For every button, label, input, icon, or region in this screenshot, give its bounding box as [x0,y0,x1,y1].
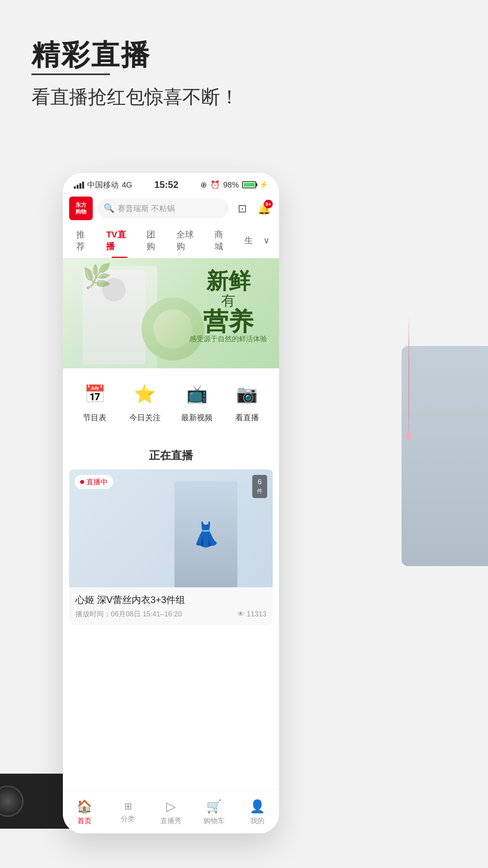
live-card[interactable]: 👗 直播中 6件 ▶ [69,469,273,625]
battery-bar [242,181,256,188]
bottom-nav: 🏠 首页 ⊞ 分类 ▷ 直播秀 🛒 购物车 👤 我的 [63,790,279,833]
charging-icon: ⚡ [259,180,268,189]
live-card-info: 心姬 深V蕾丝内衣3+3件组 播放时间：06月08日 15:41–16:20 👁… [69,587,273,625]
tab-tv-live[interactable]: TV直播 [99,223,139,258]
hero-section: 精彩直播 看直播抢红包惊喜不断！ [31,39,239,110]
live-show-nav-icon: ▷ [166,799,176,814]
home-nav-label: 首页 [77,816,92,826]
bottom-nav-home[interactable]: 🏠 首页 [63,791,106,833]
live-section-title: 正在直播 [63,439,279,469]
nav-more-icon[interactable]: ∨ [260,230,273,251]
banner-title-1: 新鲜 [189,270,267,292]
live-badge: 直播中 [75,475,113,489]
bottom-nav-live-show[interactable]: ▷ 直播秀 [149,791,193,833]
battery-fill [244,183,255,187]
live-dot [80,480,84,484]
banner-title-3: 营养 [189,309,267,334]
tab-group-buy[interactable]: 团购 [139,223,169,258]
hero-subtitle: 看直播抢红包惊喜不断！ [31,85,239,110]
location-icon: ⊕ [200,180,207,189]
time-display: 15:52 [154,179,178,190]
watch-live-label: 看直播 [235,412,259,423]
live-section: 正在直播 👗 直播中 [63,439,279,625]
live-card-image: 👗 直播中 6件 ▶ [69,469,273,587]
sofa-decoration [402,346,488,566]
network-label: 4G [122,180,132,189]
necklace-pendant [405,432,412,440]
live-show-nav-label: 直播秀 [160,816,182,826]
notification-badge: 9+ [264,200,273,208]
hero-underline [31,74,110,75]
bottom-nav-cart[interactable]: 🛒 购物车 [193,791,236,833]
bottom-nav-profile[interactable]: 👤 我的 [236,791,279,833]
app-logo[interactable]: 东方购物 [69,197,93,220]
category-nav-label: 分类 [121,814,135,824]
watch-live-icon: 📷 [233,380,261,408]
search-placeholder-text: 赛普瑞斯 不粘锅 [117,203,175,214]
tab-mall[interactable]: 商城 [207,223,237,258]
tab-recommend[interactable]: 推荐 [69,223,99,258]
hero-title: 精彩直播 [31,39,239,70]
notification-bell-icon[interactable]: 🔔 9+ [255,200,273,217]
banner-subtitle: 感受源于自然的鲜活体验 [189,334,267,344]
banner-title-2: 有 [189,292,267,309]
app-header: 东方购物 🔍 赛普瑞斯 不粘锅 ⊡ 🔔 9+ [63,193,279,223]
live-card-title: 心姬 深V蕾丝内衣3+3件组 [75,594,266,606]
live-badge-text: 直播中 [86,477,108,487]
status-bar: 中国移动 4G 15:52 ⊕ ⏰ 98% ⚡ [63,173,279,193]
views-count: 11313 [247,610,266,618]
leaf-decoration: 🌿 [83,262,112,290]
views-icon: 👁 [237,610,244,618]
live-person-silhouette: 👗 [171,477,241,587]
battery-pct-label: 98% [223,180,239,189]
today-focus-icon: ⭐ [131,380,159,408]
product-count-text: 6件 [257,478,262,495]
search-icon: 🔍 [104,203,114,213]
schedule-icon: 📅 [81,380,108,408]
nav-tabs: 推荐 TV直播 团购 全球购 商城 生 ∨ [63,223,279,258]
quick-icon-latest-video[interactable]: 📺 最新视频 [181,380,213,423]
cart-nav-label: 购物车 [204,816,225,826]
latest-video-label: 最新视频 [181,412,213,423]
signal-icon [74,181,84,189]
alarm-icon: ⏰ [210,180,220,189]
scan-icon[interactable]: ⊡ [233,200,251,217]
quick-icons-section: 📅 节目表 ⭐ 今日关注 📺 最新视频 📷 看直播 [63,368,279,435]
product-count-badge: 6件 [252,475,267,498]
schedule-label: 节目表 [83,412,106,423]
live-card-time: 播放时间：06月08日 15:41–16:20 [75,609,182,619]
tab-life[interactable]: 生 [237,229,260,252]
necklace-decoration [408,314,409,440]
latest-video-icon: 📺 [183,380,211,408]
today-focus-label: 今日关注 [129,412,161,423]
profile-nav-icon: 👤 [250,799,265,814]
home-nav-icon: 🏠 [77,799,92,814]
live-card-meta: 播放时间：06月08日 15:41–16:20 👁 11313 [75,609,266,619]
quick-icon-today-focus[interactable]: ⭐ 今日关注 [129,380,161,423]
bottom-nav-category[interactable]: ⊞ 分类 [106,791,149,833]
status-right: ⊕ ⏰ 98% ⚡ [200,180,268,189]
search-bar[interactable]: 🔍 赛普瑞斯 不粘锅 [97,199,229,218]
tab-global-shop[interactable]: 全球购 [169,223,207,258]
live-card-views: 👁 11313 [237,610,266,618]
carrier-label: 中国移动 [87,180,119,190]
cart-nav-icon: 🛒 [206,799,222,814]
scroll-content: 新鲜 有 营养 感受源于自然的鲜活体验 🌿 📅 节目表 ⭐ 今日关注 📺 最新视… [63,258,279,833]
banner-text: 新鲜 有 营养 感受源于自然的鲜活体验 [189,270,267,344]
status-left: 中国移动 4G [74,180,132,190]
phone-mockup: 中国移动 4G 15:52 ⊕ ⏰ 98% ⚡ 东方购物 🔍 赛普瑞斯 不粘锅 … [63,173,279,833]
category-nav-icon: ⊞ [124,801,131,812]
quick-icon-watch-live[interactable]: 📷 看直播 [233,380,261,423]
profile-nav-label: 我的 [250,816,264,826]
banner[interactable]: 新鲜 有 营养 感受源于自然的鲜活体验 🌿 [63,258,279,368]
quick-icon-schedule[interactable]: 📅 节目表 [81,380,108,423]
